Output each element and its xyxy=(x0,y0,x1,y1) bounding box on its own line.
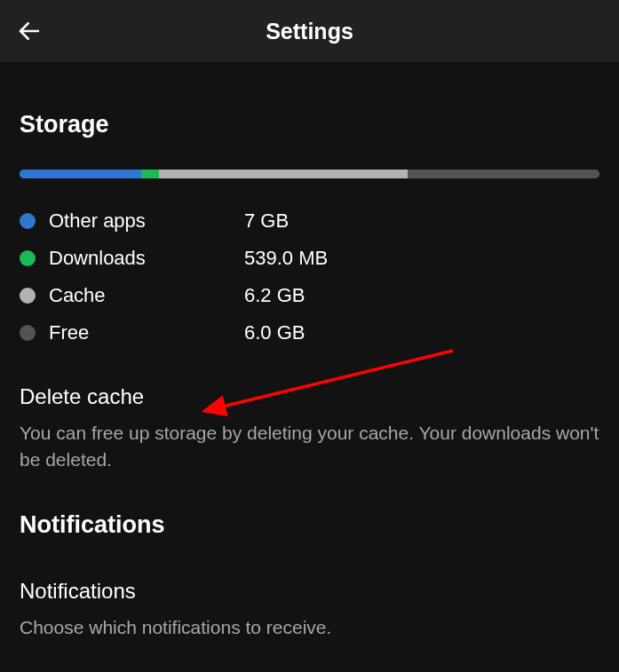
dot-icon xyxy=(20,250,36,266)
notifications-item[interactable]: Notifications Choose which notifications… xyxy=(20,579,599,641)
header-bar: Settings xyxy=(0,0,619,62)
dot-icon xyxy=(20,325,36,341)
notifications-item-description: Choose which notifications to receive. xyxy=(20,614,599,641)
content-area: Storage Other apps 7 GB Downloads 539.0 … xyxy=(0,111,619,641)
storage-section-title: Storage xyxy=(20,111,599,138)
legend-row-free: Free 6.0 GB xyxy=(20,321,599,344)
delete-cache-description: You can free up storage by deleting your… xyxy=(20,420,599,474)
bar-segment-free xyxy=(408,170,599,178)
legend-row-other-apps: Other apps 7 GB xyxy=(20,210,599,233)
delete-cache-item[interactable]: Delete cache You can free up storage by … xyxy=(20,384,599,474)
notifications-item-title: Notifications xyxy=(20,579,599,604)
legend-label: Cache xyxy=(49,284,244,307)
legend-row-downloads: Downloads 539.0 MB xyxy=(20,247,599,270)
bar-segment-downloads xyxy=(141,170,159,178)
legend-row-cache: Cache 6.2 GB xyxy=(20,284,599,307)
dot-icon xyxy=(20,213,36,229)
legend-value: 539.0 MB xyxy=(244,247,328,270)
page-title: Settings xyxy=(0,19,619,44)
storage-usage-bar xyxy=(20,170,599,178)
bar-segment-other-apps xyxy=(20,170,141,178)
delete-cache-title: Delete cache xyxy=(20,384,599,409)
legend-label: Downloads xyxy=(49,247,244,270)
legend-value: 7 GB xyxy=(244,210,289,233)
legend-label: Other apps xyxy=(49,210,244,233)
back-arrow-icon xyxy=(16,18,43,44)
legend-label: Free xyxy=(49,321,244,344)
notifications-section-title: Notifications xyxy=(20,511,599,539)
dot-icon xyxy=(20,288,36,304)
legend-value: 6.0 GB xyxy=(244,321,305,344)
storage-legend: Other apps 7 GB Downloads 539.0 MB Cache… xyxy=(20,210,599,344)
bar-segment-cache xyxy=(159,170,409,178)
back-button[interactable] xyxy=(16,18,43,44)
legend-value: 6.2 GB xyxy=(244,284,305,307)
